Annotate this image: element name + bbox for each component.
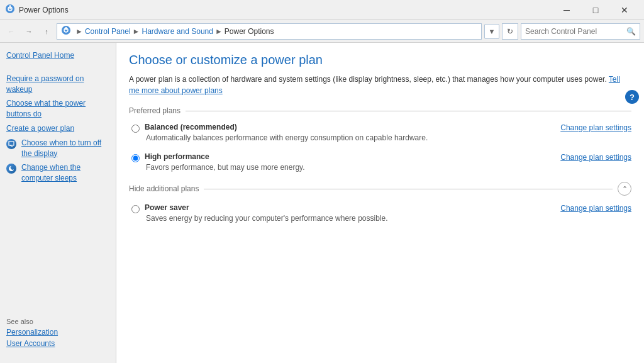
change-plan-link-high-performance[interactable]: Change plan settings <box>560 152 631 162</box>
search-box: 🔍 <box>521 23 640 40</box>
breadcrumb-control-panel[interactable]: Control Panel <box>85 27 131 36</box>
minimize-button[interactable]: ─ <box>552 0 581 20</box>
see-also-title: See also <box>6 318 110 325</box>
plan-desc-high-performance: Favors performance, but may use more ene… <box>145 163 560 172</box>
plan-name-balanced: Balanced (recommended) <box>145 123 560 131</box>
sidebar-item-home[interactable]: Control Panel Home <box>6 50 109 61</box>
see-also-user-accounts[interactable]: User Accounts <box>6 339 110 348</box>
see-also-section: See also Personalization User Accounts <box>6 318 110 350</box>
plan-desc-balanced: Automatically balances performance with … <box>145 133 560 142</box>
address-bar: ← → ↑ ► Control Panel ► Hardware and Sou… <box>0 20 644 43</box>
content-panel: Choose or customize a power plan A power… <box>116 43 644 363</box>
sleep-icon <box>6 164 19 176</box>
search-icon: 🔍 <box>626 27 636 36</box>
preferred-plans-divider: Preferred plans <box>129 106 631 115</box>
plan-radio-power-saver[interactable] <box>131 205 140 213</box>
additional-plans-divider: Hide additional plans ⌃ <box>129 182 631 196</box>
sidebar-item-when-sleeps[interactable]: Change when the computer sleeps <box>6 162 109 184</box>
main-area: Control Panel Home Require a password on… <box>0 43 644 363</box>
svg-rect-4 <box>9 142 14 145</box>
sidebar: Control Panel Home Require a password on… <box>0 43 116 363</box>
title-bar: Power Options ─ □ ✕ <box>0 0 644 20</box>
sidebar-item-require-password[interactable]: Require a password on wakeup <box>6 74 109 95</box>
page-description: A power plan is a collection of hardware… <box>129 74 631 96</box>
up-button[interactable]: ↑ <box>39 24 54 39</box>
plan-item-balanced: Balanced (recommended) Automatically bal… <box>129 123 631 142</box>
plan-radio-balanced[interactable] <box>131 125 140 133</box>
forward-button[interactable]: → <box>21 24 36 39</box>
plan-item-power-saver: Power saver Saves energy by reducing you… <box>129 203 631 223</box>
see-also-personalization[interactable]: Personalization <box>6 328 110 337</box>
window-controls: ─ □ ✕ <box>552 0 639 20</box>
change-plan-link-power-saver[interactable]: Change plan settings <box>560 203 631 213</box>
sidebar-item-power-buttons[interactable]: Choose what the power buttons do <box>6 98 109 120</box>
search-input[interactable] <box>525 27 626 36</box>
title-bar-title: Power Options <box>19 6 552 14</box>
help-button[interactable]: ? <box>625 90 639 104</box>
plan-item-high-performance: High performance Favors performance, but… <box>129 152 631 172</box>
page-title: Choose or customize a power plan <box>129 53 631 67</box>
address-path-bar[interactable]: ► Control Panel ► Hardware and Sound ► P… <box>57 23 482 40</box>
breadcrumb-power-options: Power Options <box>225 27 274 36</box>
hide-plans-chevron[interactable]: ⌃ <box>618 182 631 196</box>
sidebar-item-turn-off-display[interactable]: Choose when to turn off the display <box>6 138 109 159</box>
maximize-button[interactable]: □ <box>581 0 610 20</box>
sidebar-item-create-plan[interactable]: Create a power plan <box>6 123 109 134</box>
title-bar-icon <box>5 4 15 16</box>
plan-desc-power-saver: Saves energy by reducing your computer's… <box>145 214 560 223</box>
dropdown-button[interactable]: ▼ <box>484 24 499 39</box>
breadcrumb-hardware-sound[interactable]: Hardware and Sound <box>142 27 213 36</box>
close-button[interactable]: ✕ <box>610 0 639 20</box>
plan-name-power-saver: Power saver <box>145 203 560 212</box>
display-icon <box>6 139 19 152</box>
additional-plans-line <box>204 189 613 189</box>
additional-plans-label: Hide additional plans <box>129 184 199 193</box>
plan-radio-high-performance[interactable] <box>131 154 140 162</box>
address-recent-icon <box>61 25 71 37</box>
preferred-plans-line <box>186 111 631 111</box>
change-plan-link-balanced[interactable]: Change plan settings <box>560 123 631 132</box>
back-button[interactable]: ← <box>4 24 19 39</box>
refresh-button[interactable]: ↻ <box>502 23 518 40</box>
preferred-plans-label: Preferred plans <box>129 106 180 115</box>
plan-name-high-performance: High performance <box>145 152 560 161</box>
